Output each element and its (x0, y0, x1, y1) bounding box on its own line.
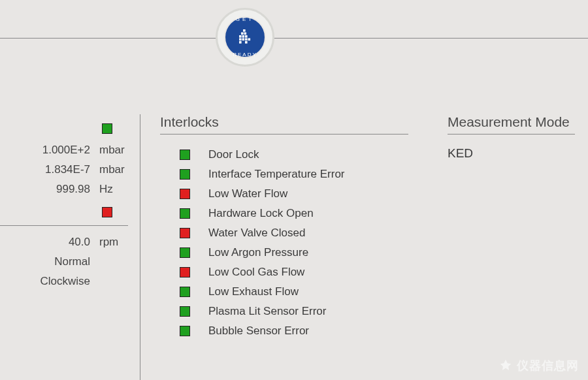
reading-row: 1.834E-7 mbar (0, 160, 128, 180)
watermark-icon (498, 358, 513, 373)
interlocks-panel: Interlocks Door LockInterface Temperatur… (140, 114, 428, 380)
svg-rect-1 (241, 33, 244, 35)
svg-rect-3 (239, 35, 242, 38)
interlock-row: Plasma Lit Sensor Error (160, 302, 408, 321)
interlock-indicator (180, 326, 190, 336)
interlock-indicator (180, 169, 190, 180)
interlock-label: Low Argon Pressure (208, 246, 308, 259)
status-panel: 1.000E+2 mbar 1.834E-7 mbar 999.98 Hz 40… (0, 114, 140, 380)
reading-row: 1.000E+2 mbar (0, 140, 128, 160)
top-divider-right (268, 38, 588, 39)
measurement-mode-title: Measurement Mode (448, 114, 575, 135)
measurement-mode-panel: Measurement Mode KED (428, 114, 588, 380)
svg-rect-4 (242, 35, 245, 38)
interlock-row: Interface Temperature Error (160, 165, 408, 184)
pump-row: 40.0 rpm (0, 232, 128, 252)
interlock-indicator (180, 228, 190, 238)
interlock-label: Hardware Lock Open (208, 207, 314, 220)
watermark-text: 仪器信息网 (517, 358, 579, 373)
svg-rect-2 (244, 33, 247, 35)
interlock-indicator (180, 306, 190, 317)
badge-text-top: GET (225, 16, 265, 22)
interlocks-title: Interlocks (160, 114, 408, 135)
pump-value: 40.0 (31, 236, 90, 249)
interlock-row: Door Lock (160, 145, 408, 165)
interlock-row: Hardware Lock Open (160, 204, 408, 223)
pump-unit: rpm (99, 236, 128, 249)
interlock-row: Low Exhaust Flow (160, 282, 408, 302)
pump-status-indicator (102, 207, 112, 217)
svg-rect-9 (248, 39, 251, 41)
pump-direction-row: Clockwise (0, 272, 128, 291)
svg-rect-11 (245, 41, 248, 44)
interlocks-list: Door LockInterface Temperature ErrorLow … (160, 145, 408, 341)
reading-value: 1.000E+2 (31, 144, 90, 157)
reading-value: 1.834E-7 (31, 163, 90, 176)
interlock-row: Low Water Flow (160, 184, 408, 204)
ready-badge-inner: GET READY (224, 16, 266, 58)
interlock-label: Low Water Flow (208, 187, 287, 200)
left-separator (0, 225, 128, 226)
interlock-indicator (180, 189, 190, 199)
reading-row: 999.98 Hz (0, 180, 128, 199)
interlock-row: Low Argon Pressure (160, 243, 408, 262)
interlock-label: Door Lock (208, 148, 259, 161)
interlock-label: Low Exhaust Flow (208, 285, 299, 298)
interlock-row: Water Valve Closed (160, 223, 408, 243)
ready-badge: GET READY (216, 8, 274, 67)
badge-text-bottom: READY (225, 52, 265, 57)
svg-rect-7 (242, 39, 245, 41)
svg-rect-8 (245, 39, 248, 41)
badge-pixel-icon (235, 27, 255, 47)
reading-unit: Hz (99, 183, 128, 196)
interlock-row: Low Cool Gas Flow (160, 262, 408, 282)
interlock-indicator (180, 287, 190, 297)
measurement-mode-value: KED (448, 146, 575, 161)
reading-value: 999.98 (31, 183, 90, 196)
reading-unit: mbar (99, 163, 128, 176)
pump-mode-row: Normal (0, 252, 128, 272)
watermark: 仪器信息网 (498, 358, 579, 373)
pump-mode: Normal (54, 255, 90, 268)
interlock-label: Plasma Lit Sensor Error (208, 305, 326, 318)
reading-unit: mbar (99, 144, 128, 157)
interlock-label: Water Valve Closed (208, 227, 305, 240)
interlock-indicator (180, 267, 190, 277)
svg-rect-5 (245, 35, 248, 38)
interlock-indicator (180, 247, 190, 258)
system-status-indicator (102, 123, 112, 134)
svg-rect-10 (239, 41, 242, 44)
interlock-label: Low Cool Gas Flow (208, 266, 304, 279)
interlock-label: Interface Temperature Error (208, 168, 345, 181)
interlock-label: Bubble Sensor Error (208, 325, 309, 338)
interlock-indicator (180, 208, 190, 219)
svg-rect-0 (243, 29, 246, 32)
svg-rect-6 (239, 39, 242, 41)
interlock-indicator (180, 150, 190, 160)
interlock-row: Bubble Sensor Error (160, 321, 408, 341)
pump-direction: Clockwise (40, 275, 90, 288)
